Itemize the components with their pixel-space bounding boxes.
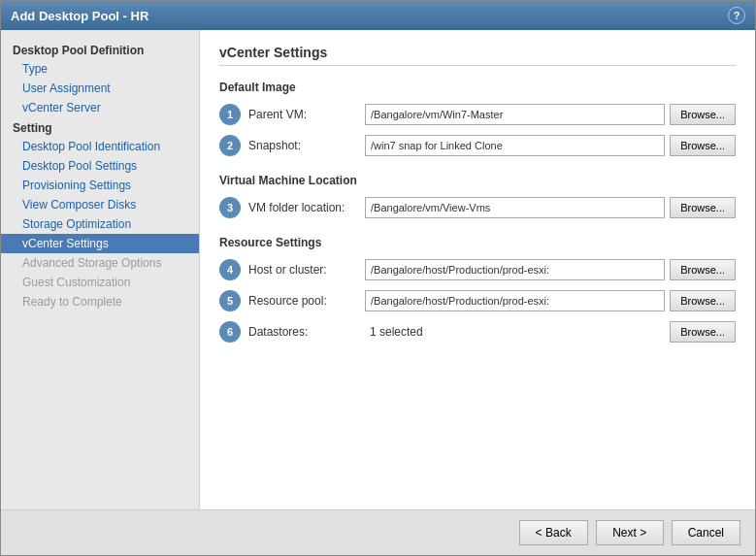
content-title: vCenter Settings — [219, 45, 736, 66]
snapshot-label: Snapshot: — [248, 139, 365, 152]
host-cluster-input[interactable] — [365, 259, 665, 280]
datastores-value: 1 selected — [365, 321, 665, 343]
step-5: 5 — [219, 290, 241, 311]
step-2: 2 — [219, 135, 241, 156]
sidebar-item-user-assignment[interactable]: User Assignment — [1, 79, 199, 98]
resource-pool-row: 5 Resource pool: Browse... — [219, 290, 736, 311]
vm-folder-browse-button[interactable]: Browse... — [670, 197, 736, 218]
snapshot-input[interactable] — [365, 135, 665, 156]
sidebar: Desktop Pool Definition Type User Assign… — [1, 30, 200, 509]
sidebar-item-advanced-storage-options: Advanced Storage Options — [1, 253, 199, 273]
step-1: 1 — [219, 104, 241, 125]
window-title: Add Desktop Pool - HR — [11, 9, 148, 23]
next-button[interactable]: Next > — [596, 520, 664, 545]
title-bar: Add Desktop Pool - HR ? — [1, 1, 755, 30]
host-cluster-label: Host or cluster: — [248, 263, 365, 277]
cancel-button[interactable]: Cancel — [672, 520, 740, 545]
host-cluster-row: 4 Host or cluster: Browse... — [219, 259, 736, 280]
vm-folder-label: VM folder location: — [248, 201, 365, 214]
back-button[interactable]: < Back — [519, 520, 588, 545]
sidebar-item-ready-to-complete: Ready to Complete — [1, 292, 199, 311]
resource-pool-browse-button[interactable]: Browse... — [670, 290, 736, 311]
vm-folder-input[interactable] — [365, 197, 665, 218]
footer: < Back Next > Cancel — [1, 509, 755, 555]
sidebar-item-guest-customization: Guest Customization — [1, 273, 199, 292]
definition-section-title: Desktop Pool Definition — [1, 40, 199, 59]
sidebar-item-provisioning-settings[interactable]: Provisioning Settings — [1, 176, 199, 195]
sidebar-item-vcenter-settings[interactable]: vCenter Settings — [1, 234, 199, 253]
datastores-row: 6 Datastores: 1 selected Browse... — [219, 321, 736, 343]
step-6: 6 — [219, 321, 241, 343]
snapshot-row: 2 Snapshot: Browse... — [219, 135, 736, 156]
resource-settings-title: Resource Settings — [219, 236, 736, 249]
datastores-browse-button[interactable]: Browse... — [670, 321, 736, 343]
parent-vm-label: Parent VM: — [248, 108, 365, 121]
main-window: Add Desktop Pool - HR ? Desktop Pool Def… — [0, 0, 756, 556]
vm-location-title: Virtual Machine Location — [219, 174, 736, 187]
resource-pool-label: Resource pool: — [248, 294, 365, 308]
snapshot-browse-button[interactable]: Browse... — [670, 135, 736, 156]
datastores-label: Datastores: — [248, 325, 365, 339]
resource-settings-section: Resource Settings 4 Host or cluster: Bro… — [219, 236, 736, 343]
step-3: 3 — [219, 197, 241, 218]
step-4: 4 — [219, 259, 241, 280]
sidebar-item-desktop-pool-identification[interactable]: Desktop Pool Identification — [1, 137, 199, 156]
resource-pool-input[interactable] — [365, 290, 665, 311]
vm-location-section: Virtual Machine Location 3 VM folder loc… — [219, 174, 736, 218]
sidebar-item-view-composer-disks[interactable]: View Composer Disks — [1, 195, 199, 214]
parent-vm-row: 1 Parent VM: Browse... — [219, 104, 736, 125]
default-image-section: Default Image 1 Parent VM: Browse... 2 S… — [219, 81, 736, 156]
default-image-title: Default Image — [219, 81, 736, 94]
sidebar-item-storage-optimization[interactable]: Storage Optimization — [1, 214, 199, 234]
sidebar-item-type[interactable]: Type — [1, 59, 199, 79]
main-content: Desktop Pool Definition Type User Assign… — [1, 30, 755, 509]
sidebar-item-vcenter-server[interactable]: vCenter Server — [1, 98, 199, 117]
help-button[interactable]: ? — [728, 7, 745, 24]
host-cluster-browse-button[interactable]: Browse... — [670, 259, 736, 280]
parent-vm-browse-button[interactable]: Browse... — [670, 104, 736, 125]
content-area: vCenter Settings Default Image 1 Parent … — [200, 30, 755, 509]
setting-section-title: Setting — [1, 117, 199, 137]
vm-folder-row: 3 VM folder location: Browse... — [219, 197, 736, 218]
sidebar-item-desktop-pool-settings[interactable]: Desktop Pool Settings — [1, 156, 199, 176]
parent-vm-input[interactable] — [365, 104, 665, 125]
